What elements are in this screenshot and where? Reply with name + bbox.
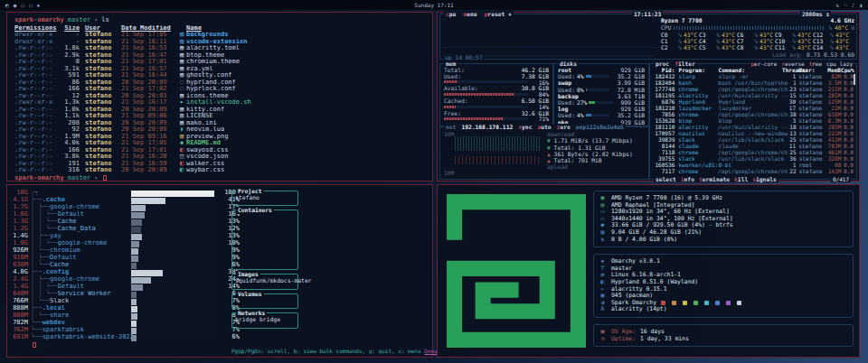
file-row: .rwxr-xr-x1.3kstefano21 Sep 16:17▸instal… xyxy=(14,99,425,107)
fastfetch-terminal[interactable]: ▣AMD Ryzen 7 7700 (16) @ 5.39 GHz▤AMD Ra… xyxy=(437,184,860,358)
net-toggle-sync[interactable]: sync xyxy=(518,124,532,130)
cpu-total-row: CPU % 48°C W xyxy=(661,24,854,31)
net-toggle-zero[interactable]: zero xyxy=(557,124,571,130)
btop-menu-preset +[interactable]: preset + xyxy=(485,11,512,17)
shell-script-icon: ▸ xyxy=(177,99,186,107)
process-row[interactable]: 8144claudeclaude11stefano703M0.0 xyxy=(650,143,856,149)
memory-meter: 84% xyxy=(444,91,549,98)
lazydocker-panel[interactable]: Project stefano Containers Images squidf… xyxy=(230,185,430,355)
btop-menu-bar[interactable]: cpumenupreset + xyxy=(444,11,514,17)
project-panel[interactable]: Project stefano xyxy=(231,191,298,206)
memory-box-title[interactable]: mem xyxy=(444,60,458,67)
usage-bar xyxy=(131,248,214,255)
disk-usage-terminal[interactable]: 10G┌┬100%4.1G├──.cache41%1.7G│ ├──google… xyxy=(6,184,433,358)
networks-panel[interactable]: Networks bridge bridge xyxy=(231,312,298,329)
process-actions[interactable]: selectinfoterminatekillsignals xyxy=(654,176,778,182)
process-row[interactable]: 182404bashbash /usr/bin/hyprsho1stefano3… xyxy=(650,79,856,86)
volume-icon[interactable]: ♪ xyxy=(852,2,855,8)
process-box-title[interactable]: procfilter xyxy=(654,60,697,67)
images-panel[interactable]: Images squidfunk/mkdocs-mater xyxy=(231,274,298,290)
proc-action-signals[interactable]: signals xyxy=(752,176,777,182)
process-position: 0/417 xyxy=(831,176,851,182)
proc-option[interactable]: cpu lazy xyxy=(826,60,853,67)
process-options[interactable]: per-corereversetreecpu lazy xyxy=(750,60,853,67)
process-row[interactable]: 170957nautilusnautilus --new-window13ste… xyxy=(650,130,856,136)
proc-action-select[interactable]: select xyxy=(656,176,676,182)
file-row: .rw-r--r--12stefano20 Sep 20:03▤icons.th… xyxy=(14,93,425,100)
launcher-icon[interactable]: ◩ xyxy=(5,2,9,8)
process-row[interactable]: 177748chrome/opt/google/chrome/ch23stefa… xyxy=(650,86,856,92)
file-size: 1.9M xyxy=(58,134,85,141)
proc-option[interactable]: tree xyxy=(809,60,822,67)
disks-box-title[interactable]: disks xyxy=(558,60,579,67)
process-row[interactable]: 153628btopbtop3stefano8.3M0.0 xyxy=(650,117,856,124)
process-row[interactable]: 181110alacritty/usr/bin/alacritty --18st… xyxy=(650,124,856,130)
download-total: ▼ Total: 1.31 GiB xyxy=(547,144,646,151)
dust-row: 766M│ └──Slack7% xyxy=(11,298,226,305)
proc-filter[interactable]: filter xyxy=(675,60,695,67)
active-window-icon[interactable]: ▪ xyxy=(37,2,41,8)
proc-action-info[interactable]: info xyxy=(681,176,694,182)
fastfetch-line: ◈Omarchy v3.0.1 xyxy=(599,258,848,265)
cpu-model: Ryzen 7 7700 xyxy=(661,17,703,23)
file-name: README.md xyxy=(186,140,425,147)
process-row[interactable]: 7117chrome/opt/google/chrome/ch22stefano… xyxy=(650,168,856,174)
volumes-panel[interactable]: Volumes xyxy=(231,293,298,309)
net-toggle-auto[interactable]: auto xyxy=(537,124,551,130)
process-row[interactable]: 7118chrome/opt/google/chrome/ch25stefano… xyxy=(650,149,856,155)
proc-action-terminate[interactable]: terminate xyxy=(699,176,730,182)
file-date: 21 Sep 16:47 xyxy=(121,52,177,60)
process-row[interactable]: 181210lazydockerlazydocker17stefano22M0.… xyxy=(650,105,856,111)
file-permissions: .rw-r--r-- xyxy=(14,86,58,93)
proc-action-kill[interactable]: kill xyxy=(734,176,748,182)
process-row[interactable]: 6876HyprlandHyprland30stefano125M0.0 xyxy=(650,98,856,105)
proc-option[interactable]: reverse xyxy=(781,60,804,67)
core-readout: C4%43°C xyxy=(699,38,737,44)
process-row[interactable]: 181195alacritty/usr/bin/alacritty --15st… xyxy=(650,92,856,98)
image-file-icon: ▧ xyxy=(177,134,186,141)
network-box-title[interactable]: net192.168.178.112syncautozeroenp112s0u2… xyxy=(444,124,626,130)
memory-meter: 14% xyxy=(444,104,549,110)
disk-used-row: Used:0%72.0 MiB xyxy=(558,87,645,93)
process-scrollbar[interactable] xyxy=(854,74,855,85)
file-row: .rw-r--r--86stefano20 Sep 20:09◌hyprland… xyxy=(14,79,425,87)
btop-terminal[interactable]: cpumenupreset + 17:11:23 2000ms ± Ryzen … xyxy=(437,12,860,182)
workspace-2[interactable]: ○ xyxy=(21,2,24,8)
dir-name: Service Worker xyxy=(58,291,111,298)
top-bar: ◩●○○▪ Sunday 17:11 ⇅◠♪▮ xyxy=(0,0,868,10)
upload-graph xyxy=(455,156,540,164)
cpu-model-row: Ryzen 7 7700 4.6 GHz xyxy=(661,17,854,23)
file-permissions: .rw-r--r-- xyxy=(14,161,58,168)
screencast-icon[interactable]: ⇅ xyxy=(836,2,840,8)
proc-proc[interactable]: proc xyxy=(656,60,669,67)
status-tray[interactable]: ⇅◠♪▮ xyxy=(836,2,863,8)
dust-row: 782M└──webdev7% xyxy=(11,320,226,327)
usage-bar xyxy=(131,263,214,269)
file-row: .rw-r--r--4.0kstefano21 Sep 17:05◆README… xyxy=(14,140,425,147)
btop-menu-menu[interactable]: menu xyxy=(463,11,476,17)
proc-option[interactable]: per-core xyxy=(750,60,777,67)
process-row[interactable]: 160536kworker/u81:0-bt1root0B0.0 xyxy=(650,162,856,168)
clock: Sunday 17:11 xyxy=(414,2,453,8)
file-owner: stefano xyxy=(85,86,121,93)
workspace-indicators[interactable]: ◩●○○▪ xyxy=(5,2,40,8)
process-row[interactable]: 7856chrome/opt/google/chrome/ch38stefano… xyxy=(650,111,856,117)
shell-prompt-idle[interactable]: spark-omarchy master › xyxy=(14,175,425,182)
file-date: 21 Sep 17:02 xyxy=(121,86,177,93)
workspace-3[interactable]: ○ xyxy=(29,2,33,8)
file-list-terminal[interactable]: spark-omarchy master › ls Permissions Si… xyxy=(6,12,433,182)
fastfetch-line: Aalacritty (14pt) xyxy=(599,306,848,313)
process-row[interactable]: 39755slack/usr/lib/slack/slack36stefano3… xyxy=(650,155,856,162)
workspace-1[interactable]: ● xyxy=(14,2,17,8)
clock-readout: 17:11:23 xyxy=(632,11,663,17)
wifi-icon[interactable]: ◠ xyxy=(844,2,847,8)
refresh-interval[interactable]: 2000ms ± xyxy=(800,11,831,17)
containers-panel[interactable]: Containers xyxy=(231,209,298,270)
core-readout: C5%43°C xyxy=(699,44,737,51)
battery-icon[interactable]: ▮ xyxy=(859,2,863,8)
file-size: 1.0k xyxy=(58,107,85,114)
file-date: 20 Sep 20:09 xyxy=(121,120,177,127)
process-row[interactable]: 39839slack/usr/lib/slack/slack25stefano4… xyxy=(650,136,856,143)
btop-menu-cpu[interactable]: cpu xyxy=(446,11,456,17)
process-row[interactable]: 182412slurpslurp -or1stefano82M0.0 xyxy=(650,73,856,79)
